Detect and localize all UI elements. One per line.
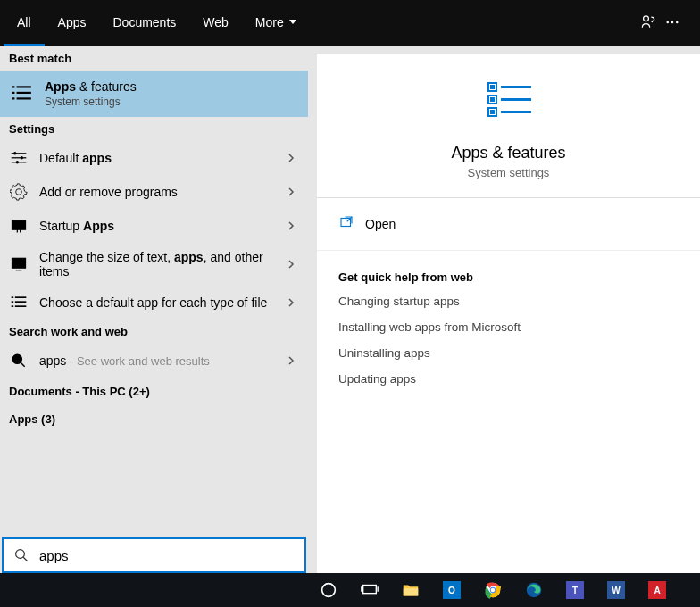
result-label: Startup Apps [39, 219, 299, 233]
tab-web[interactable]: Web [189, 0, 242, 46]
svg-line-29 [21, 363, 25, 367]
taskbar: O T W A [0, 573, 700, 607]
file-explorer-icon[interactable] [390, 573, 431, 607]
adobe-icon[interactable]: A [637, 573, 678, 607]
svg-point-50 [491, 588, 496, 593]
word-icon[interactable]: W [596, 573, 637, 607]
svg-rect-4 [12, 86, 14, 87]
svg-rect-47 [404, 588, 419, 595]
svg-point-15 [16, 161, 19, 163]
tab-more[interactable]: More [242, 0, 310, 46]
window-icon [9, 216, 29, 236]
search-icon [4, 547, 39, 563]
options-icon[interactable] [664, 14, 680, 33]
svg-rect-9 [17, 97, 31, 99]
open-action[interactable]: Open [317, 198, 700, 251]
search-box[interactable] [2, 537, 306, 573]
chevron-right-icon [287, 256, 296, 272]
svg-rect-26 [12, 305, 13, 307]
svg-point-43 [322, 584, 336, 597]
open-label: Open [365, 217, 396, 231]
svg-rect-8 [12, 97, 14, 99]
svg-rect-22 [12, 296, 13, 298]
preview-subtitle: System settings [468, 166, 550, 179]
result-label: Default apps [39, 151, 299, 165]
help-link[interactable]: Updating apps [338, 372, 679, 386]
svg-rect-23 [15, 296, 27, 298]
gear-icon [9, 182, 29, 202]
svg-rect-27 [15, 305, 27, 307]
list-icon [9, 81, 34, 106]
preview-panel: Apps & features System settings Open Get… [317, 54, 700, 573]
result-text-size[interactable]: Change the size of text, apps, and other… [0, 243, 308, 286]
svg-rect-10 [12, 153, 27, 154]
svg-line-42 [23, 557, 28, 561]
result-label: Change the size of text, apps, and other… [39, 250, 299, 279]
chevron-right-icon [287, 150, 296, 166]
chevron-right-icon [287, 184, 296, 200]
svg-point-28 [12, 354, 21, 363]
svg-rect-16 [12, 220, 26, 229]
svg-rect-31 [490, 85, 495, 89]
chevron-right-icon [287, 353, 296, 369]
cortana-icon[interactable] [308, 573, 349, 607]
preview-title: Apps & features [451, 144, 565, 162]
apps-header[interactable]: Apps (3) [0, 405, 308, 433]
result-label: Add or remove programs [39, 185, 299, 199]
feedback-icon[interactable] [639, 13, 657, 34]
svg-rect-38 [501, 111, 531, 113]
result-label: apps - See work and web results [39, 353, 299, 368]
result-add-remove[interactable]: Add or remove programs [0, 175, 308, 209]
teams-icon[interactable]: T [554, 573, 596, 607]
chrome-icon[interactable] [472, 573, 513, 607]
tab-documents[interactable]: Documents [99, 0, 189, 46]
svg-rect-7 [17, 92, 31, 94]
svg-point-3 [676, 21, 679, 23]
svg-point-0 [644, 15, 649, 21]
search-tabs: All Apps Documents Web More [0, 0, 700, 46]
svg-rect-5 [17, 86, 31, 87]
svg-rect-34 [490, 97, 495, 102]
svg-rect-35 [501, 98, 531, 101]
svg-rect-11 [12, 157, 27, 158]
search-input[interactable] [39, 548, 304, 563]
list-icon [478, 76, 540, 129]
search-web-label: Search work and web [0, 320, 308, 344]
best-match-title: Apps & features [45, 79, 137, 94]
svg-point-13 [13, 152, 16, 154]
result-startup-apps[interactable]: Startup Apps [0, 209, 308, 243]
svg-rect-6 [12, 92, 14, 94]
sliders-icon [9, 148, 29, 168]
best-match-subtitle: System settings [45, 96, 137, 108]
help-link[interactable]: Installing web apps from Microsoft [338, 320, 679, 334]
svg-rect-44 [363, 586, 377, 594]
search-icon [9, 351, 29, 370]
taskview-icon[interactable] [349, 573, 390, 607]
svg-rect-12 [12, 162, 27, 162]
result-default-filetype[interactable]: Choose a default app for each type of fi… [0, 286, 308, 320]
svg-point-14 [21, 156, 23, 159]
svg-point-2 [671, 21, 674, 23]
svg-point-1 [666, 21, 669, 23]
results-panel: Best match Apps & features System settin… [0, 46, 308, 573]
tab-apps[interactable]: Apps [45, 0, 100, 46]
best-match-result[interactable]: Apps & features System settings [0, 71, 308, 117]
chevron-down-icon [289, 20, 296, 24]
help-title: Get quick help from web [338, 270, 679, 284]
help-link[interactable]: Changing startup apps [338, 295, 679, 308]
svg-point-41 [16, 550, 25, 559]
result-label: Choose a default app for each type of fi… [39, 295, 299, 310]
open-icon [338, 214, 354, 234]
display-icon [9, 254, 29, 274]
best-match-label: Best match [0, 46, 308, 71]
svg-rect-24 [12, 301, 13, 303]
help-link[interactable]: Uninstalling apps [338, 346, 679, 360]
list-icon [9, 293, 29, 312]
documents-header[interactable]: Documents - This PC (2+) [0, 378, 308, 405]
result-default-apps[interactable]: Default apps [0, 141, 308, 175]
edge-icon[interactable] [513, 573, 554, 607]
tab-all[interactable]: All [4, 0, 45, 46]
result-search-web[interactable]: apps - See work and web results [0, 344, 308, 378]
outlook-icon[interactable]: O [431, 573, 472, 607]
chevron-right-icon [287, 295, 296, 311]
